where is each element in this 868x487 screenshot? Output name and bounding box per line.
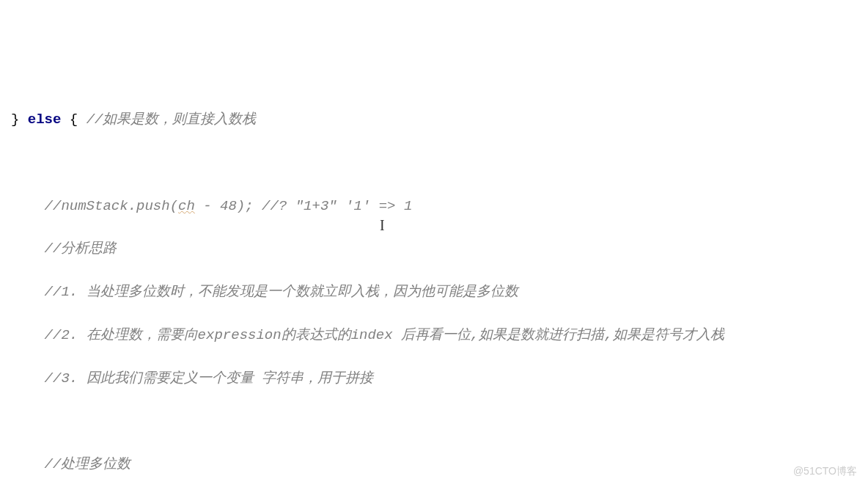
text-cursor-icon: I — [380, 214, 380, 230]
text: } — [11, 111, 28, 128]
code-line: //numStack.push(ch - 48); //? "1+3" '1' … — [11, 196, 868, 217]
comment: //处理多位数 — [11, 456, 130, 472]
comment: //3. 因此我们需要定义一个变量 字符串，用于拼接 — [11, 370, 373, 387]
code-line: //1. 当处理多位数时，不能发现是一个数就立即入栈，因为他可能是多位数 — [11, 282, 868, 303]
keyword-else: else — [28, 111, 62, 128]
comment: //如果是数，则直接入数栈 — [87, 111, 257, 128]
watermark-text: @51CTO博客 — [793, 464, 857, 480]
comment: //1. 当处理多位数时，不能发现是一个数就立即入栈，因为他可能是多位数 — [11, 284, 518, 300]
code-line: //处理多位数 — [11, 454, 868, 475]
comment: //分析思路 — [11, 241, 117, 257]
code-line: } else { //如果是数，则直接入数栈 — [11, 109, 868, 131]
code-line: //分析思路 — [11, 238, 868, 260]
comment: //2. 在处理数，需要向expression的表达式的index 后再看一位,… — [11, 327, 724, 343]
code-line: //2. 在处理数，需要向expression的表达式的index 后再看一位,… — [11, 325, 868, 346]
comment: //numStack.push( — [11, 198, 178, 214]
code-line: //3. 因此我们需要定义一个变量 字符串，用于拼接 — [11, 368, 868, 389]
code-editor-viewport[interactable]: } else { //如果是数，则直接入数栈 //numStack.push(c… — [0, 87, 868, 487]
code-line — [11, 153, 868, 174]
comment-squiggle: ch — [178, 198, 195, 214]
code-line — [11, 411, 868, 433]
text: { — [61, 111, 86, 128]
comment: - 48); //? "1+3" '1' => 1 — [195, 198, 412, 214]
